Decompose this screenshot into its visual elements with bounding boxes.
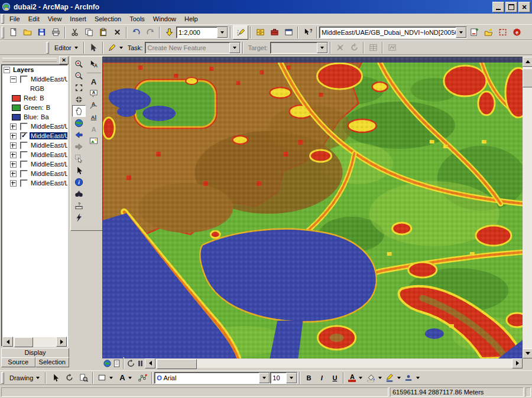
target-dropdown-button[interactable] [317,43,327,53]
scroll-track[interactable] [13,337,56,346]
menu-view[interactable]: View [44,14,66,24]
arccatalog-button[interactable] [253,26,267,39]
picture-tool[interactable] [87,135,100,146]
sketch-tool-button[interactable] [105,41,125,54]
layer-checkbox[interactable] [20,170,28,178]
drawing-menu-button[interactable]: Drawing [6,371,43,384]
pan-tool[interactable] [72,105,86,117]
editor-menu-button[interactable]: Editor [51,41,82,54]
tab-selection[interactable]: Selection [35,357,70,367]
scroll-thumb[interactable] [14,337,33,347]
new-text-button[interactable]: A [115,371,135,384]
annotation-text-tool[interactable]: A [87,123,100,135]
restore-button[interactable] [505,2,517,12]
pause-drawing-button[interactable] [135,359,145,368]
scroll-left-button[interactable] [2,337,13,347]
collapse-icon[interactable] [4,67,10,73]
toc-layer-row[interactable]: MiddleEast/L [2,169,67,178]
redo-button[interactable] [143,26,157,39]
menubar-grip[interactable] [1,14,4,24]
expand-icon[interactable] [10,142,17,149]
layer-dropdown-button[interactable] [456,27,466,38]
scroll-up-button[interactable] [523,57,532,67]
measure-tool[interactable]: ? [72,200,86,211]
open-button[interactable] [20,26,34,39]
identify-tool[interactable]: i [72,176,86,188]
collapse-icon[interactable] [10,76,17,83]
data-view-button[interactable] [102,359,112,368]
whats-this-button[interactable]: ? [300,26,314,39]
fixed-zoom-out-tool[interactable] [72,93,86,105]
delete-button[interactable] [110,26,124,39]
toc-layer-row[interactable]: MiddleEast/U [2,74,67,84]
toc-layer-row[interactable]: MiddleEast/L [2,141,67,150]
scroll-thumb[interactable] [523,68,532,87]
paste-button[interactable] [96,26,110,39]
edit-vertices-button[interactable] [135,371,150,384]
attributes-button[interactable] [366,41,380,54]
undo-button[interactable] [129,26,143,39]
zoom-in-tool[interactable] [72,58,86,70]
layer-checkbox[interactable] [20,123,28,131]
splined-text-tool[interactable]: A [87,99,100,111]
font-size-combo[interactable]: 10 [270,372,297,384]
image-properties-button[interactable] [481,26,495,39]
toolbar-grip[interactable] [46,42,49,54]
scroll-right-button[interactable] [512,358,523,368]
menu-selection[interactable]: Selection [90,14,125,24]
full-extent-tool[interactable] [72,117,86,129]
layer-checkbox[interactable] [20,142,28,149]
marker-color-button[interactable] [403,371,421,384]
toolbar-grip[interactable] [1,372,4,384]
menu-file[interactable]: File [5,14,24,24]
find-tool[interactable] [72,188,86,200]
hyperlink-tool[interactable] [72,211,86,223]
new-map-button[interactable] [6,26,20,39]
fill-color-button[interactable] [365,371,384,384]
scroll-down-button[interactable] [523,348,532,358]
split-tool-button[interactable] [333,41,347,54]
layer-checkbox[interactable] [20,76,28,83]
toolbar-grip[interactable] [1,27,4,38]
back-extent-tool[interactable] [72,129,86,141]
expand-icon[interactable] [10,171,17,177]
map-vertical-scrollbar[interactable] [523,57,532,358]
bold-button[interactable]: B [302,371,315,384]
close-button[interactable]: ✕ [518,2,530,12]
scroll-left-button[interactable] [145,358,155,368]
expand-icon[interactable] [10,180,17,187]
editor-toolbar-toggle-button[interactable] [233,25,248,40]
toc-layer-row[interactable]: MiddleEast/L [2,178,67,188]
add-data-button[interactable] [162,26,176,39]
rotate-tool-button[interactable] [347,41,361,54]
font-dropdown-button[interactable] [259,373,270,383]
layer-checkbox[interactable] [20,161,28,168]
new-text-tool[interactable]: A [87,76,100,87]
copy-button[interactable] [82,26,96,39]
menu-edit[interactable]: Edit [24,14,44,24]
rotate-element-button[interactable] [62,371,76,384]
layer-checkbox[interactable] [20,132,28,140]
new-shape-button[interactable] [95,371,115,384]
fixed-zoom-in-tool[interactable] [72,81,86,93]
toc-horizontal-scrollbar[interactable] [2,337,67,346]
add-image-button[interactable] [467,26,481,39]
cut-button[interactable] [67,26,82,39]
zoom-to-selected-button[interactable] [76,371,90,384]
task-combo[interactable]: Create New Feature [145,42,241,54]
minimize-button[interactable] [492,2,504,12]
menu-help[interactable]: Help [180,14,202,24]
toc-root-row[interactable]: Layers [2,65,67,74]
menu-insert[interactable]: Insert [66,14,90,24]
expand-icon[interactable] [10,133,17,139]
tab-display[interactable]: Display [1,348,69,358]
save-button[interactable] [34,26,48,39]
forward-extent-tool[interactable] [72,141,86,152]
font-color-button[interactable]: A [346,371,365,384]
command-window-button[interactable] [281,26,296,39]
toc-header[interactable]: ✕ [1,56,69,64]
layer-checkbox[interactable] [20,180,28,187]
edit-tool-button[interactable] [86,41,100,54]
select-elements-tool[interactable] [72,164,86,176]
tab-source[interactable]: Source [1,357,35,367]
